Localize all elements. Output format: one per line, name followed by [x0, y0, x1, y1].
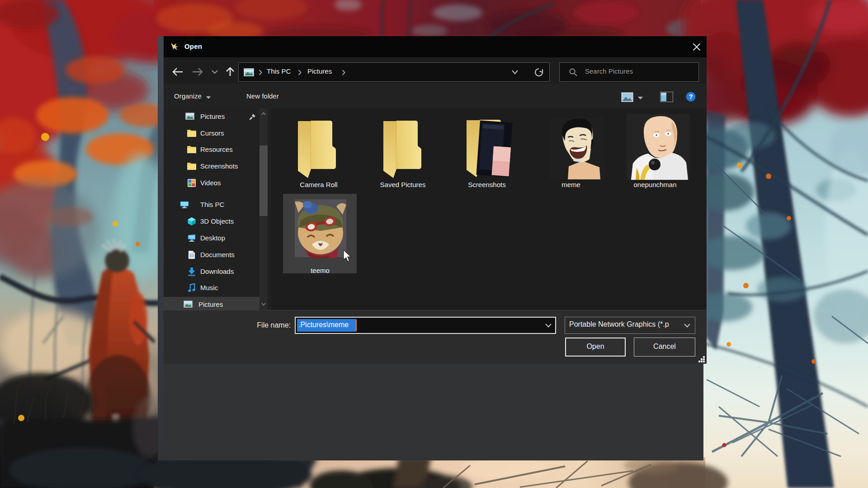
svg-text:?: ?: [689, 93, 693, 100]
